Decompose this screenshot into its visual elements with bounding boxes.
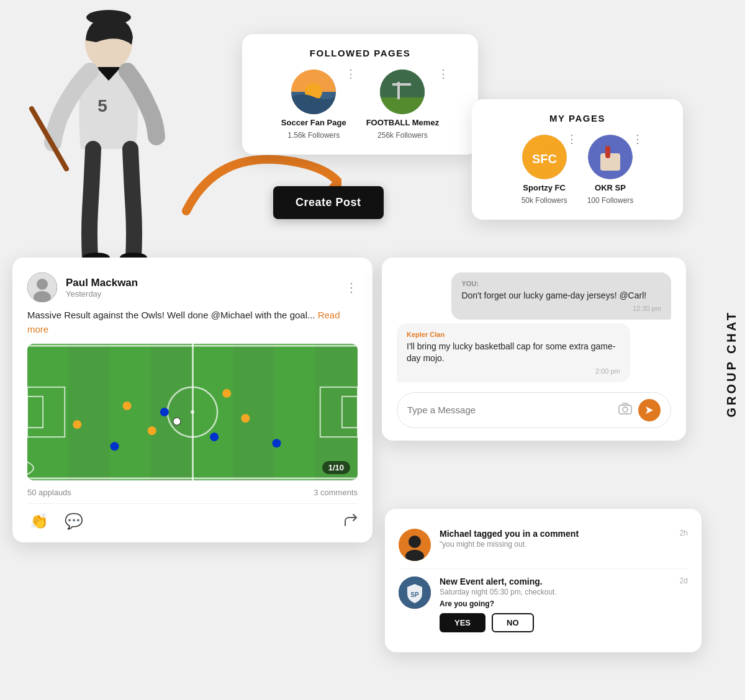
notif-avatar-michael [399, 529, 431, 561]
my-page-followers-okr: 100 Followers [587, 196, 634, 205]
comments-count: 3 comments [314, 488, 358, 497]
my-pages-card: MY PAGES ⋮ SFC Sportzy FC 50k Follower [472, 99, 683, 220]
followed-page-name-football: FOOTBALL Memez [366, 118, 440, 127]
followed-pages-title: FOLLOWED PAGES [260, 48, 461, 58]
my-pages-title: MY PAGES [489, 113, 666, 123]
post-image: 1/10 [27, 344, 358, 480]
notif-actions-event: YES NO [440, 613, 671, 632]
svg-rect-18 [600, 153, 620, 171]
post-stats: 50 applauds 3 comments [27, 488, 358, 504]
notif-subtitle-michael: "you might be missing out. [440, 540, 671, 549]
post-user-avatar [27, 272, 57, 302]
chat-time-you: 12:30 pm [461, 305, 661, 312]
svg-point-48 [623, 407, 628, 412]
my-pages-row: ⋮ SFC Sportzy FC 50k Followers ⋮ [489, 135, 666, 205]
svg-point-37 [73, 420, 81, 429]
my-page-name-sportzy: Sportzy FC [523, 183, 566, 192]
svg-rect-19 [605, 146, 610, 158]
notif-yes-button[interactable]: YES [440, 613, 485, 632]
svg-point-43 [241, 414, 250, 423]
svg-point-32 [191, 410, 194, 414]
svg-rect-12 [380, 97, 425, 114]
chat-input-row [397, 392, 671, 428]
followed-page-avatar-football [380, 70, 425, 114]
svg-point-39 [148, 426, 156, 435]
chat-text-kepler: I'll bring my lucky basketball cap for s… [407, 341, 620, 365]
notifications-card: Michael tagged you in a comment "you mig… [385, 509, 702, 652]
svg-rect-27 [274, 344, 315, 480]
followed-page-avatar-soccer [291, 70, 336, 114]
chat-message-you: YOU: Don't forget our lucky game-day jer… [451, 272, 671, 320]
notification-item-michael: Michael tagged you in a comment "you mig… [399, 521, 688, 569]
chat-sender-you: YOU: [461, 280, 661, 287]
svg-rect-25 [109, 344, 150, 480]
camera-icon[interactable] [618, 402, 632, 418]
svg-text:SFC: SFC [532, 152, 557, 166]
chat-message-kepler: Kepler Clan I'll bring my lucky basketba… [397, 323, 630, 382]
notif-content-michael: Michael tagged you in a comment "you mig… [440, 529, 671, 549]
svg-point-42 [210, 433, 219, 441]
post-card: Paul Mackwan Yesterday ⋮ Massive Result … [12, 258, 372, 542]
page-dots-menu-soccer[interactable]: ⋮ [345, 67, 358, 81]
notif-content-event: New Event alert, coming. Saturday night … [440, 577, 671, 632]
notif-no-button[interactable]: NO [492, 613, 534, 632]
group-chat-card: YOU: Don't forget our lucky game-day jer… [382, 258, 686, 441]
page-dots-menu-okr[interactable]: ⋮ [632, 132, 644, 146]
svg-point-40 [111, 442, 119, 451]
page-dots-menu-football[interactable]: ⋮ [438, 67, 450, 81]
my-page-avatar-okr [588, 135, 633, 179]
svg-rect-14 [392, 83, 411, 86]
svg-point-38 [123, 402, 132, 410]
svg-rect-47 [619, 405, 631, 414]
svg-point-50 [409, 536, 421, 548]
svg-rect-26 [192, 344, 233, 480]
chat-sender-kepler: Kepler Clan [407, 331, 620, 338]
svg-rect-24 [27, 344, 68, 480]
create-post-button[interactable]: Create Post [273, 186, 384, 219]
applauds-count: 50 applauds [27, 488, 71, 497]
post-options-button[interactable]: ⋮ [345, 280, 358, 295]
applaud-button[interactable]: 👏 [27, 510, 51, 532]
svg-text:5: 5 [97, 96, 107, 115]
post-time: Yesterday [66, 289, 336, 298]
my-page-name-okr: OKR SP [595, 183, 626, 192]
svg-point-45 [222, 389, 231, 398]
svg-point-44 [272, 439, 281, 447]
post-header: Paul Mackwan Yesterday ⋮ [27, 272, 358, 302]
followed-page-name-soccer: Soccer Fan Page [281, 118, 346, 127]
followed-page-followers-soccer: 1.56k Followers [287, 131, 340, 140]
post-user-info: Paul Mackwan Yesterday [66, 277, 336, 298]
svg-point-1 [86, 10, 131, 25]
followed-pages-card: FOLLOWED PAGES ⋮ [242, 34, 478, 155]
post-actions: 👏 💬 [27, 510, 358, 532]
followed-page-followers-football: 256k Followers [377, 131, 428, 140]
comment-button[interactable]: 💬 [62, 510, 86, 532]
message-input[interactable] [407, 405, 612, 415]
post-username: Paul Mackwan [66, 277, 336, 289]
svg-point-46 [173, 418, 181, 425]
notif-subtitle-event: Saturday night 05:30 pm, checkout. [440, 588, 671, 596]
svg-text:SP: SP [410, 591, 419, 598]
svg-point-41 [160, 408, 169, 416]
notification-item-event: SP New Event alert, coming. Saturday nig… [399, 569, 688, 640]
my-page-followers-sportzy: 50k Followers [522, 196, 567, 205]
notif-title-event: New Event alert, coming. [440, 577, 671, 586]
my-page-item-okr: ⋮ OKR SP 100 Followers [587, 135, 634, 205]
followed-page-item-soccer: ⋮ Soccer Fan Page 1.56k [281, 70, 346, 140]
notif-avatar-event: SP [399, 577, 431, 609]
notif-time-event: 2d [680, 577, 688, 585]
notif-title-michael: Michael tagged you in a comment [440, 529, 671, 539]
group-chat-label: GROUP CHAT [725, 310, 739, 418]
my-page-item-sportzy: ⋮ SFC Sportzy FC 50k Followers [522, 135, 567, 205]
image-counter: 1/10 [322, 461, 350, 474]
share-button[interactable] [344, 513, 358, 530]
my-page-avatar-sportzy: SFC [522, 135, 567, 179]
page-dots-menu-sportzy[interactable]: ⋮ [566, 132, 579, 146]
svg-point-21 [37, 279, 48, 290]
followed-page-item-football: ⋮ FOOTBALL Memez [366, 70, 440, 140]
chat-text-you: Don't forget our lucky game-day jerseys!… [461, 290, 661, 302]
notif-extra-event: Are you going? [440, 599, 671, 608]
notif-time-michael: 2h [680, 529, 688, 537]
post-text: Massive Result against the Owls! Well do… [27, 308, 358, 336]
send-button[interactable] [638, 399, 661, 421]
